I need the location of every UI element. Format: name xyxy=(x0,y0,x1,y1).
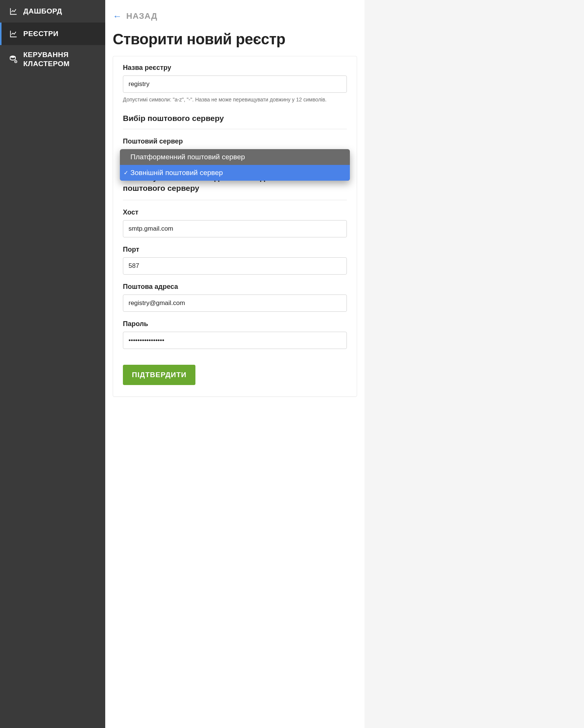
back-row: ← НАЗАД xyxy=(113,11,357,21)
chart-line-icon xyxy=(9,29,18,38)
chart-line-icon xyxy=(9,7,18,16)
sidebar-item-label: КЕРУВАННЯ xyxy=(23,50,70,59)
host-group: Хост xyxy=(123,208,347,237)
svg-point-0 xyxy=(10,56,15,58)
email-input[interactable] xyxy=(123,295,347,312)
form-card: Назва реєстру Допустимі символи: "a-z", … xyxy=(113,56,357,397)
dropdown-option-label: Зовнішній поштовий сервер xyxy=(130,169,223,177)
sidebar-item-registries[interactable]: РЕЄСТРИ xyxy=(0,23,105,45)
email-label: Поштова адреса xyxy=(123,283,347,291)
sidebar-item-label: КЛАСТЕРОМ xyxy=(23,59,70,68)
dropdown-option-external[interactable]: ✓ Зовнішній поштовий сервер xyxy=(120,165,350,181)
mail-server-group: Поштовий сервер Платформенний поштовий с… xyxy=(123,137,347,145)
database-gear-icon xyxy=(9,55,18,64)
port-group: Порт xyxy=(123,246,347,275)
port-label: Порт xyxy=(123,246,347,254)
submit-button[interactable]: ПІДТВЕРДИТИ xyxy=(123,365,195,385)
host-input[interactable] xyxy=(123,220,347,237)
sidebar: ДАШБОРД РЕЄСТРИ КЕРУВАННЯ КЛАСТЕРОМ xyxy=(0,0,105,728)
port-input[interactable] xyxy=(123,257,347,275)
registry-name-input[interactable] xyxy=(123,76,347,93)
sidebar-item-cluster[interactable]: КЕРУВАННЯ КЛАСТЕРОМ xyxy=(0,45,105,74)
dropdown-panel: Платформенний поштовий сервер ✓ Зовнішні… xyxy=(120,149,350,181)
back-arrow-icon[interactable]: ← xyxy=(113,12,122,21)
main-content: ← НАЗАД Створити новий реєстр Назва реєс… xyxy=(105,0,365,728)
password-group: Пароль xyxy=(123,320,347,349)
page-title: Створити новий реєстр xyxy=(113,31,357,48)
registry-name-label: Назва реєстру xyxy=(123,64,347,72)
dropdown-option-platform[interactable]: Платформенний поштовий сервер xyxy=(120,149,350,165)
mail-server-heading: Вибір поштового серверу xyxy=(123,114,347,129)
password-input[interactable] xyxy=(123,332,347,349)
sidebar-item-dashboard[interactable]: ДАШБОРД xyxy=(0,0,105,23)
check-icon: ✓ xyxy=(124,169,129,176)
svg-point-2 xyxy=(15,61,16,62)
sidebar-item-label: РЕЄСТРИ xyxy=(23,30,59,38)
mail-server-label: Поштовий сервер xyxy=(123,137,347,145)
back-label[interactable]: НАЗАД xyxy=(126,11,157,21)
email-group: Поштова адреса xyxy=(123,283,347,312)
registry-name-group: Назва реєстру Допустимі символи: "a-z", … xyxy=(123,64,347,103)
dropdown-option-label: Платформенний поштовий сервер xyxy=(130,153,245,161)
registry-name-hint: Допустимі символи: "a-z", "-". Назва не … xyxy=(123,97,347,103)
sidebar-item-label: ДАШБОРД xyxy=(23,7,62,15)
password-label: Пароль xyxy=(123,320,347,328)
host-label: Хост xyxy=(123,208,347,216)
